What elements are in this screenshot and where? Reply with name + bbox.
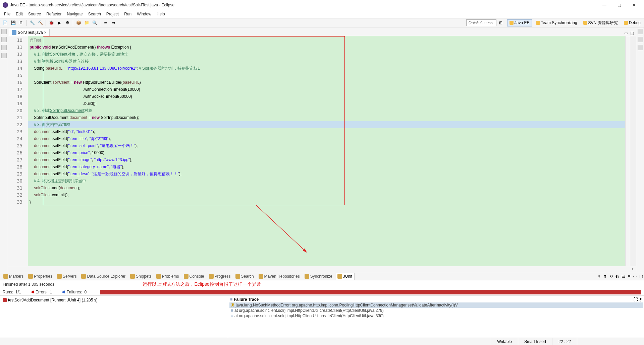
perspective-debug[interactable]: Debug [622,19,643,26]
overview-ruler[interactable] [625,36,630,266]
bottom-tab-data-source-explorer[interactable]: Data Source Explorer [79,273,127,280]
nav-back-button[interactable]: ⬅ [102,19,109,26]
code-line[interactable]: document.setField("item_image", "http://… [28,156,625,163]
close-button[interactable]: ✕ [627,0,641,10]
perspective-switcher-icon[interactable]: ⊞ [497,19,504,26]
code-line[interactable] [28,72,625,79]
code-line[interactable]: document.setField("id", "test001"); [28,128,625,135]
bottom-tab-synchronize[interactable]: Synchronize [303,273,334,280]
view-icon[interactable] [638,29,643,34]
trace-line[interactable]: ≡ at org.apache.solr.client.solrj.impl.H… [229,308,643,313]
code-line[interactable]: document.setField("item_title", "海尔空调"); [28,135,625,142]
view-icon[interactable] [1,45,7,50]
bottom-tab-problems[interactable]: Problems [154,273,181,280]
bottom-tab-servers[interactable]: Servers [55,273,78,280]
junit-toolbar-button[interactable]: ⬆ [602,274,608,279]
menu-search[interactable]: Search [86,11,104,17]
code-line[interactable]: @Test [28,37,625,44]
new-button[interactable]: 📄 [1,19,9,26]
tool-button[interactable]: 📦 [75,19,82,26]
menu-refactor[interactable]: Refactor [44,11,64,17]
code-line[interactable]: solrClient.add(document); [28,185,625,192]
code-line[interactable]: public void testSolrJAddDocument() throw… [28,44,625,51]
menu-edit[interactable]: Edit [13,11,25,17]
trace-line[interactable]: ≡ at org.apache.solr.client.solrj.impl.H… [229,313,643,319]
bottom-tab-junit[interactable]: JUnit [335,273,355,280]
menu-help[interactable]: Help [154,11,168,17]
save-button[interactable]: 💾 [9,19,17,26]
code-line[interactable]: SolrInputDocument document = new SolrInp… [28,114,625,121]
save-all-button[interactable]: 🗎 [17,19,25,26]
debug-button[interactable]: 🐞 [48,19,55,26]
code-line[interactable]: // 1. 创建SolrClient对象，建立连接，需要指定url地址 [28,51,625,58]
tool-button[interactable]: 🔧 [29,19,36,26]
perspective-team-synchronizing[interactable]: Team Synchronizing [534,19,579,26]
perspective-svn-资源库研究[interactable]: SVN 资源库研究 [581,19,620,26]
code-line[interactable]: .withConnectionTimeout(10000) [28,86,625,93]
nav-forward-button[interactable]: ➡ [110,19,117,26]
code-line[interactable]: // 2. 创建SolrInputDocument对象 [28,107,625,114]
code-line[interactable]: .withSocketTimeout(60000) [28,93,625,100]
code-line[interactable]: .build(); [28,100,625,107]
view-icon[interactable] [638,37,643,42]
junit-finished-label: Finished after 1.305 seconds [3,282,54,287]
tool-button[interactable]: 📁 [83,19,90,26]
menu-project[interactable]: Project [104,11,121,17]
junit-toolbar-button[interactable]: ▤ [621,274,626,279]
code-line[interactable]: String baseURL = "http://192.168.81.133:… [28,65,625,72]
bottom-tab-console[interactable]: Console [182,273,206,280]
editor-tab[interactable]: SolrJTest.java × [9,29,50,36]
code-line[interactable]: solrClient.commit(); [28,192,625,199]
view-icon[interactable] [1,53,7,58]
bottom-tab-markers[interactable]: Markers [1,273,25,280]
code-editor[interactable]: 1011121314151617181920212223242526272829… [8,36,636,266]
horizontal-scrollbar[interactable]: ▸ [630,266,636,272]
bottom-tab-snippets[interactable]: Snippets [128,273,154,280]
minimize-view-icon[interactable]: ▭ [623,30,629,36]
junit-toolbar-button[interactable]: ≡ [627,274,631,279]
minimize-button[interactable]: — [597,0,612,10]
code-line[interactable]: SolrClient solrClient = new HttpSolrClie… [28,79,625,86]
view-icon[interactable] [638,45,643,50]
perspective-java-ee[interactable]: Java EE [507,19,532,26]
junit-tree-item[interactable]: testSolrJAddDocument [Runner: JUnit 4] (… [1,297,226,303]
menu-source[interactable]: Source [25,11,44,17]
code-line[interactable]: document.setField("item_desc", "这是一款最新的空… [28,170,625,178]
menu-window[interactable]: Window [134,11,154,17]
filter-button[interactable]: ⚷ [639,297,642,302]
menu-run[interactable]: Run [121,11,134,17]
code-line[interactable]: document.setField("item_category_name", … [28,163,625,170]
view-icon[interactable] [1,29,7,34]
code-line[interactable]: // 4. 将文档提交到索引库当中 [28,178,625,185]
junit-toolbar-button[interactable]: ▭ [632,274,638,279]
vertical-scrollbar[interactable] [630,36,636,266]
menu-file[interactable]: File [1,11,13,17]
compare-button[interactable]: ⛶ [634,297,638,302]
menu-navigate[interactable]: Navigate [64,11,85,17]
code-line[interactable]: // 3. 向文档中添加域 [28,121,625,128]
code-line[interactable]: document.setField("item_sell_point", "送电… [28,142,625,149]
bottom-tab-properties[interactable]: Properties [26,273,54,280]
code-line[interactable]: // 和单机版Solr服务器建立连接 [28,58,625,65]
junit-toolbar-button[interactable]: ▢ [638,274,644,279]
maximize-view-icon[interactable]: ▢ [629,30,635,36]
tab-close-icon[interactable]: × [44,30,47,35]
code-line[interactable]: } [28,199,625,206]
code-line[interactable]: document.setField("item_price", 10000); [28,149,625,156]
tool-button[interactable]: 🔨 [37,19,44,26]
junit-toolbar-button[interactable]: ⬇ [596,274,602,279]
tool-button[interactable]: 🔍 [91,19,98,26]
junit-toolbar-button[interactable]: ◐ [614,274,620,279]
run-external-button[interactable]: ⚙ [64,19,71,26]
view-icon[interactable] [1,37,7,42]
bottom-tab-maven-repositories[interactable]: Maven Repositories [257,273,302,280]
code-area[interactable]: @Testpublic void testSolrJAddDocument() … [28,36,625,266]
junit-tree[interactable]: testSolrJAddDocument [Runner: JUnit 4] (… [0,296,228,338]
trace-line[interactable]: J! java.lang.NoSuchMethodError: org.apac… [229,302,643,308]
run-button[interactable]: ▶ [56,19,63,26]
bottom-tab-search[interactable]: Search [233,273,256,280]
maximize-button[interactable]: ▢ [612,0,627,10]
bottom-tab-progress[interactable]: Progress [207,273,233,280]
junit-toolbar-button[interactable]: ⟲ [608,274,614,279]
quick-access-input[interactable]: Quick Access [466,19,496,26]
